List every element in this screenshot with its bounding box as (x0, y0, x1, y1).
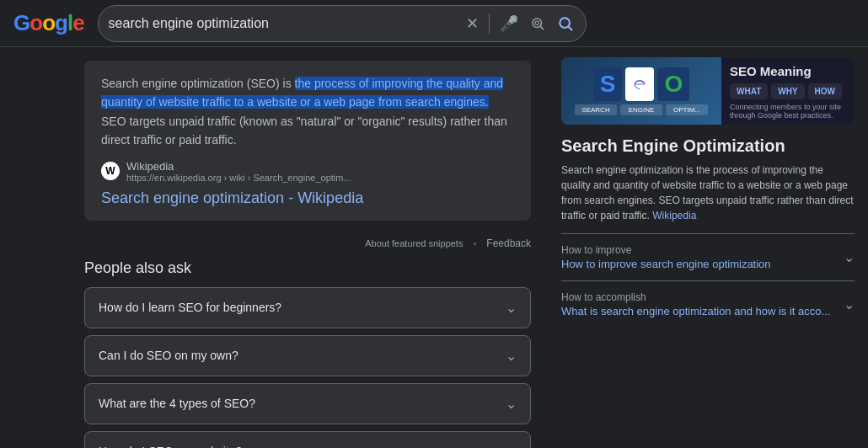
kp-divider-2 (561, 280, 855, 281)
featured-snippet: Search engine optimization (SEO) is the … (84, 61, 531, 221)
source-row: W Wikipedia https://en.wikipedia.org › w… (101, 160, 514, 183)
svg-point-1 (535, 21, 539, 25)
seo-letters: S O (593, 67, 689, 101)
clear-button[interactable]: ✕ (464, 13, 480, 35)
paa-item-2[interactable]: What are the 4 types of SEO? ⌄ (84, 383, 531, 424)
left-panel: Search engine optimization (SEO) is the … (0, 47, 548, 448)
paa-question-0: How do I learn SEO for beginners? (99, 301, 281, 314)
kp-section-link-0[interactable]: How to improve search engine optimizatio… (561, 258, 771, 270)
kp-section-label-1: How to accomplish (561, 291, 830, 303)
seo-col-why: WHY (771, 83, 804, 99)
seo-col-how: HOW (808, 83, 842, 99)
kp-expand-1[interactable]: How to accomplish What is search engine … (561, 288, 855, 321)
lens-icon (530, 16, 545, 31)
logo-o2: o (42, 10, 55, 36)
mic-icon: 🎤 (500, 14, 518, 33)
kp-section-label-0: How to improve (561, 244, 771, 256)
paa-question-2: What are the 4 types of SEO? (99, 397, 255, 410)
kp-chevron-0: ⌄ (844, 249, 855, 265)
kp-expand-0[interactable]: How to improve How to improve search eng… (561, 241, 855, 274)
source-url: https://en.wikipedia.org › wiki › Search… (126, 173, 351, 183)
mic-button[interactable]: 🎤 (498, 13, 520, 35)
source-info: Wikipedia https://en.wikipedia.org › wik… (126, 160, 351, 183)
kp-description: Search engine optimization is the proces… (561, 163, 855, 223)
seo-image: S O SEARCH ENGINE OPTIM (561, 57, 721, 125)
logo-o1: o (29, 10, 42, 36)
chevron-icon-3: ⌄ (506, 444, 517, 448)
people-also-ask-section: People also ask How do I learn SEO for b… (84, 259, 531, 448)
wikipedia-icon: W (101, 162, 120, 180)
kp-wiki-link[interactable]: Wikipedia (652, 210, 696, 221)
paa-item-0[interactable]: How do I learn SEO for beginners? ⌄ (84, 287, 531, 328)
result-link[interactable]: Search engine optimization - Wikipedia (101, 189, 514, 207)
clear-icon: ✕ (466, 14, 479, 33)
seo-col-what: WHAT (730, 83, 768, 99)
search-icon (557, 15, 574, 32)
seo-meaning-cols: WHAT WHY HOW (730, 83, 846, 99)
snippet-text-before: Search engine optimization (SEO) is (101, 77, 295, 90)
seo-subtitle: Connecting members to your site through … (730, 103, 846, 120)
chevron-icon-0: ⌄ (506, 300, 517, 316)
snippet-feedback-button[interactable]: Feedback (486, 237, 531, 249)
about-featured-snippets[interactable]: About featured snippets (365, 238, 463, 248)
seo-meaning-card: S O SEARCH ENGINE OPTIM (561, 57, 855, 125)
search-icons: ✕ 🎤 (464, 13, 576, 35)
info-row: About featured snippets • Feedback (84, 234, 531, 253)
logo-e: e (72, 10, 83, 36)
seo-meaning-top: S O SEARCH ENGINE OPTIM (561, 57, 855, 125)
paa-item-1[interactable]: Can I do SEO on my own? ⌄ (84, 335, 531, 376)
search-input[interactable] (109, 16, 458, 31)
kp-section-1: How to accomplish What is search engine … (561, 288, 855, 321)
seo-o: O (657, 67, 689, 101)
logo-g2: g (55, 10, 67, 36)
seo-e (625, 67, 654, 101)
kp-section-link-1[interactable]: What is search engine optimization and h… (561, 305, 830, 317)
chevron-icon-1: ⌄ (506, 348, 517, 364)
kp-divider-1 (561, 233, 855, 234)
seo-meaning-title: SEO Meaning (730, 64, 846, 78)
knowledge-panel: Search Engine Optimization Search engine… (561, 136, 855, 321)
divider (489, 13, 490, 34)
label-optimization: OPTIM... (666, 104, 708, 115)
lens-button[interactable] (528, 14, 547, 33)
seo-meaning-text: SEO Meaning WHAT WHY HOW Connecting memb… (721, 57, 855, 125)
label-engine: ENGINE (620, 104, 662, 115)
google-logo: G o o g l e (13, 10, 84, 36)
paa-item-3[interactable]: How do I SEO my website? ⌄ (84, 431, 531, 448)
kp-section-0: How to improve How to improve search eng… (561, 241, 855, 274)
seo-sublabels: SEARCH ENGINE OPTIM... (575, 104, 708, 115)
source-name: Wikipedia (126, 160, 351, 173)
paa-title: People also ask (84, 259, 531, 277)
snippet-text: Search engine optimization (SEO) is the … (101, 74, 514, 150)
right-panel: S O SEARCH ENGINE OPTIM (548, 47, 868, 448)
kp-title: Search Engine Optimization (561, 136, 855, 156)
kp-chevron-1: ⌄ (844, 296, 855, 312)
search-bar[interactable]: ✕ 🎤 (98, 5, 587, 42)
seo-s: S (593, 67, 623, 101)
label-search: SEARCH (575, 104, 617, 115)
search-button[interactable] (555, 13, 576, 34)
paa-question-3: How do I SEO my website? (99, 445, 242, 448)
logo-g: G (13, 10, 29, 36)
chevron-icon-2: ⌄ (506, 396, 517, 412)
header: G o o g l e ✕ 🎤 (0, 0, 868, 47)
main-content: Search engine optimization (SEO) is the … (0, 47, 868, 448)
paa-question-1: Can I do SEO on my own? (99, 349, 238, 362)
snippet-text-after: SEO targets unpaid traffic (known as "na… (101, 115, 507, 147)
